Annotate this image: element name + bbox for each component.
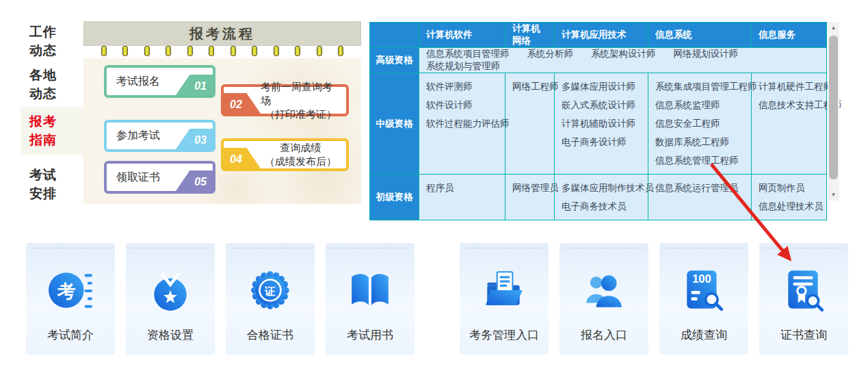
qualification-name: 信息系统项目管理师 [426, 49, 510, 59]
qualification-name: 网页制作员 [759, 179, 819, 197]
score-search-icon: 100 [681, 268, 726, 313]
qualification-name: 系统架构设计师 [591, 49, 656, 59]
sidebar-item-1[interactable]: 工作动态 [29, 23, 84, 60]
binder-pin-icon [231, 46, 236, 56]
table-cell: 多媒体应用制作技术员电子商务技术员 [555, 175, 648, 220]
shortcut-card-score-search[interactable]: 100成绩查询 [659, 243, 748, 355]
table-row-header: 中级资格 [370, 73, 419, 175]
shortcut-label: 考务管理入口 [460, 327, 549, 343]
qualification-name: 信息系统管理工程师 [655, 151, 744, 170]
registration-flow-panel: 报考流程 考试报名01考前一周查询考场（打印准考证）02参加考试03查询成绩（成… [83, 21, 361, 204]
flow-step-02: 考前一周查询考场（打印准考证）02 [221, 84, 349, 116]
flow-step-03: 参加考试03 [104, 120, 215, 152]
shortcut-card-qualification-medal[interactable]: 资格设置 [126, 243, 215, 355]
flow-step-line: 考试报名 [116, 75, 160, 89]
shortcut-label: 合格证书 [226, 327, 315, 343]
shortcut-label: 资格设置 [126, 327, 215, 343]
sidebar-item-label: 工作 [29, 23, 84, 41]
binder-pin-icon [317, 46, 322, 56]
table-cell: 网络工程师 [505, 73, 555, 175]
scrollbar-thumb[interactable] [829, 36, 838, 179]
qualification-name: 软件评测师 [426, 77, 498, 96]
table-column-header: 计算机软件 [419, 23, 505, 48]
qualification-name: 网络工程师 [512, 77, 547, 96]
scroll-down-icon[interactable]: ▼ [828, 192, 839, 198]
binder-pin-icon [101, 46, 107, 56]
svg-text:证: 证 [264, 285, 276, 297]
qualification-name: 系统规划与管理师 [426, 61, 500, 71]
shortcut-icon-wrap: 考 [26, 266, 115, 314]
exam-intro-icon: 考 [48, 268, 93, 313]
table-row-header: 高级资格 [370, 48, 419, 73]
table-column-header: 信息服务 [752, 23, 827, 48]
table-cell: 系统集成项目管理工程师信息系统监理师信息安全工程师数据库系统工程师信息系统管理工… [648, 73, 752, 175]
qualification-name: 程序员 [426, 179, 498, 197]
shortcut-card-certificate-search[interactable]: 证书查询 [759, 243, 848, 355]
sidebar-item-2[interactable]: 各地动态 [29, 66, 84, 103]
shortcut-cards-row: 考考试简介资格设置证合格证书考试用书考务管理入口报名入口100成绩查询证书查询 [26, 243, 848, 355]
sidebar-item-4[interactable]: 考试安排 [29, 166, 84, 203]
binder-pins [83, 46, 361, 58]
flow-step-number: 04 [230, 153, 242, 166]
sidebar-item-3[interactable]: 报考指南 [21, 107, 83, 155]
flow-step-line: 参加考试 [116, 129, 160, 143]
flow-panel-header: 报考流程 [83, 21, 361, 46]
shortcut-icon-wrap [326, 266, 415, 314]
qualification-name: 信息技术支持工程师 [759, 96, 819, 114]
qualification-name: 数据库系统工程师 [655, 133, 744, 151]
qualification-medal-icon [148, 268, 193, 313]
flow-step-04: 查询成绩（成绩发布后）04 [221, 138, 349, 171]
table-cell: 网络管理员 [505, 175, 555, 220]
flow-step-line: 查询成绩 [280, 141, 321, 155]
qualification-name: 计算机硬件工程师 [759, 77, 819, 96]
admin-folder-icon [482, 268, 527, 313]
shortcut-label: 成绩查询 [659, 327, 748, 343]
table-cell: 信息系统运行管理员 [648, 175, 752, 220]
shortcut-card-certificate-seal[interactable]: 证合格证书 [226, 243, 315, 355]
flow-step-text: 考试报名 [116, 68, 174, 95]
qualification-name: 信息系统运行管理员 [655, 179, 744, 197]
flow-step-text: 参加考试 [116, 123, 174, 149]
scroll-up-icon[interactable]: ▲ [828, 25, 839, 31]
binder-pin-icon [252, 46, 257, 56]
qualification-name: 信息系统监理师 [655, 96, 744, 114]
table-cell: 网页制作员信息处理技术员 [752, 175, 827, 220]
binder-pin-icon [166, 46, 171, 56]
qualification-name: 嵌入式系统设计师 [562, 96, 641, 114]
qualification-name: 信息处理技术员 [759, 197, 819, 216]
table-scrollbar[interactable]: ▲ ▼ [828, 22, 839, 201]
binder-pin-icon [338, 46, 343, 56]
binder-pin-icon [274, 46, 279, 56]
flow-steps-area: 考试报名01考前一周查询考场（打印准考证）02参加考试03查询成绩（成绩发布后）… [83, 58, 361, 204]
shortcut-card-admin-folder[interactable]: 考务管理入口 [460, 243, 549, 355]
shortcut-label: 证书查询 [759, 327, 848, 343]
flow-step-number: 05 [194, 176, 207, 188]
binder-pin-icon [122, 46, 128, 56]
flow-step-number-chip: 04 [224, 148, 261, 168]
shortcut-card-registration-users[interactable]: 报名入口 [560, 243, 648, 355]
flow-step-text: 领取证书 [116, 164, 174, 191]
shortcut-card-exam-books[interactable]: 考试用书 [326, 243, 415, 355]
sidebar-item-label: 考试 [29, 166, 84, 184]
table-column-header: 信息系统 [648, 23, 752, 48]
flow-step-text: 考前一周查询考场（打印准考证） [261, 87, 341, 114]
qualification-name: 多媒体应用设计师 [562, 77, 641, 96]
flow-step-text: 查询成绩（成绩发布后） [261, 141, 341, 168]
sidebar-item-label: 指南 [29, 131, 83, 149]
table-cell: 软件评测师软件设计师软件过程能力评估师 [419, 73, 505, 175]
flow-step-05: 领取证书05 [104, 161, 215, 194]
registration-users-icon [581, 268, 627, 313]
table-cell: 信息系统项目管理师系统分析师系统架构设计师网络规划设计师系统规划与管理师 [419, 48, 827, 73]
sidebar-item-label: 动态 [29, 84, 84, 103]
flow-step-number-chip: 05 [176, 170, 213, 191]
table-column-header: 计算机应用技术 [555, 23, 648, 48]
binder-pin-icon [144, 46, 150, 56]
sidebar-item-label: 各地 [29, 66, 84, 84]
certificate-seal-icon: 证 [248, 268, 293, 313]
shortcut-icon-wrap [126, 266, 215, 314]
shortcut-icon-wrap [460, 266, 549, 314]
binder-pin-icon [295, 46, 300, 56]
shortcut-card-exam-intro[interactable]: 考考试简介 [26, 243, 115, 355]
qualification-name: 电子商务技术员 [562, 197, 641, 216]
flow-step-line: 领取证书 [116, 170, 160, 185]
